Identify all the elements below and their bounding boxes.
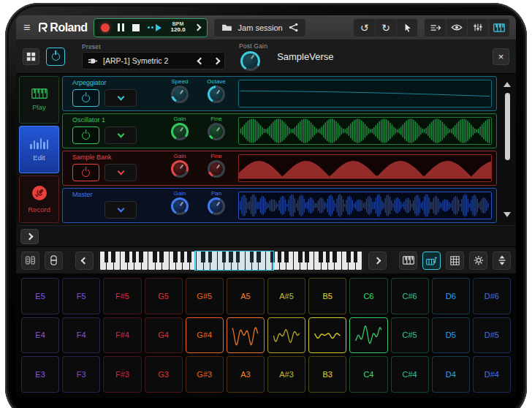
pad-note[interactable]: G3 (145, 356, 183, 393)
gain-knob[interactable] (171, 197, 189, 215)
black-key[interactable] (125, 252, 129, 263)
speed-knob[interactable] (171, 86, 189, 103)
waveform-display[interactable] (238, 80, 492, 107)
strips-scrollbar[interactable] (500, 76, 514, 223)
pad-note[interactable]: B3 (308, 356, 346, 393)
pad-sample[interactable] (227, 317, 265, 354)
pad-note[interactable]: E4 (21, 317, 59, 354)
black-key[interactable] (187, 252, 191, 263)
pad-sample[interactable] (267, 317, 305, 354)
strip-power-button[interactable] (72, 89, 99, 107)
strip-power-button[interactable] (72, 164, 99, 181)
pad-note[interactable]: C#6 (391, 278, 429, 314)
black-key[interactable] (278, 252, 282, 263)
menu-icon[interactable]: ≡ (22, 22, 31, 34)
sidebar-item-play[interactable]: Play (19, 76, 59, 124)
pad-note[interactable]: F5 (62, 278, 100, 314)
black-key[interactable] (159, 252, 164, 263)
octave-right-button[interactable] (368, 252, 387, 270)
redo-button[interactable]: ↻ (375, 18, 396, 37)
pad-note[interactable]: G4 (145, 317, 183, 354)
preset-next-icon[interactable] (213, 57, 221, 64)
scale-keyboard-mode-button[interactable] (422, 252, 441, 270)
pad-note[interactable]: E3 (21, 356, 59, 393)
black-key[interactable] (180, 252, 185, 263)
pad-note[interactable]: F#4 (103, 317, 141, 354)
strip-dropdown[interactable] (104, 126, 137, 144)
pad-note[interactable]: A#3 (267, 356, 305, 393)
pad-note[interactable]: G5 (145, 278, 183, 314)
black-key[interactable] (139, 252, 143, 263)
record-icon[interactable] (101, 23, 110, 32)
scroll-up-icon[interactable] (503, 82, 511, 87)
strip-dropdown[interactable] (104, 89, 137, 107)
octave-left-button[interactable] (75, 252, 94, 270)
expand-panel-button[interactable] (20, 229, 39, 244)
pad-note[interactable]: A#5 (267, 278, 305, 314)
black-key[interactable] (104, 252, 109, 263)
pad-note[interactable]: C6 (349, 278, 387, 314)
waveform-display[interactable] (238, 154, 492, 182)
pad-note[interactable]: D#4 (473, 356, 511, 393)
fine-knob[interactable] (208, 160, 225, 178)
strip-power-button[interactable] (72, 126, 99, 144)
resize-panel-button[interactable] (493, 252, 511, 270)
undo-button[interactable]: ↺ (354, 18, 375, 37)
pad-note[interactable]: G#4 (186, 317, 224, 354)
auto-scroll-button[interactable] (425, 18, 446, 37)
pad-note[interactable]: C#4 (391, 356, 429, 393)
keyboard-toggle-button[interactable] (488, 18, 509, 37)
black-key[interactable] (111, 252, 115, 263)
bpm-display[interactable]: BPM 120.0 (170, 21, 187, 33)
close-plugin-button[interactable]: × (493, 48, 509, 65)
black-key[interactable] (346, 252, 351, 263)
waveform-display[interactable] (238, 117, 492, 145)
waveform-display[interactable] (238, 192, 492, 219)
black-key[interactable] (326, 252, 330, 263)
pad-note[interactable]: D4 (432, 356, 470, 393)
keyboard-settings-button[interactable] (469, 252, 487, 270)
visibility-button[interactable] (446, 18, 467, 37)
keyboard-mode-button[interactable] (399, 252, 417, 270)
apps-button[interactable] (23, 48, 39, 65)
pad-note[interactable]: C#5 (391, 317, 429, 354)
strip-dropdown[interactable] (104, 164, 137, 181)
pad-note[interactable]: F#3 (103, 356, 141, 393)
black-key[interactable] (332, 252, 337, 263)
pad-note[interactable]: D#6 (473, 278, 511, 314)
pad-sample[interactable] (349, 317, 387, 354)
pad-note[interactable]: D6 (432, 278, 470, 314)
pad-note[interactable]: F3 (62, 356, 100, 393)
pad-note[interactable]: G#5 (186, 278, 224, 314)
black-key[interactable] (298, 252, 303, 263)
pad-note[interactable]: E5 (21, 278, 59, 314)
black-key[interactable] (173, 252, 178, 263)
wheel-button[interactable] (45, 252, 63, 270)
keyboard-visible-range[interactable] (194, 251, 275, 271)
fine-knob[interactable] (208, 123, 225, 140)
sidebar-item-edit[interactable]: Edit (19, 126, 59, 173)
transport-expand-icon[interactable] (194, 24, 201, 31)
pad-note[interactable]: A3 (227, 356, 265, 393)
black-key[interactable] (153, 252, 157, 263)
pad-note[interactable]: D#5 (473, 317, 511, 354)
pads-view-button[interactable] (21, 252, 39, 270)
scrollbar-thumb[interactable] (505, 93, 510, 160)
pad-note[interactable]: B5 (308, 278, 346, 314)
black-key[interactable] (284, 252, 289, 263)
gain-knob[interactable] (171, 123, 189, 140)
session-selector[interactable]: Jam session (213, 18, 306, 37)
pad-note[interactable]: F#5 (103, 278, 141, 314)
strip-dropdown[interactable] (104, 201, 137, 219)
gain-knob[interactable] (171, 160, 189, 178)
octave-knob[interactable] (208, 86, 225, 103)
pad-note[interactable]: A5 (227, 278, 265, 314)
stop-icon[interactable] (132, 24, 140, 31)
pad-sample[interactable] (308, 317, 346, 354)
mini-keyboard[interactable] (99, 250, 363, 271)
plugin-power-button[interactable] (46, 48, 65, 66)
preset-selector[interactable]: [ARP-1] Symetric 2 (82, 52, 225, 69)
black-key[interactable] (305, 252, 309, 263)
pad-note[interactable]: F4 (62, 317, 100, 354)
pad-note[interactable]: D5 (432, 317, 470, 354)
